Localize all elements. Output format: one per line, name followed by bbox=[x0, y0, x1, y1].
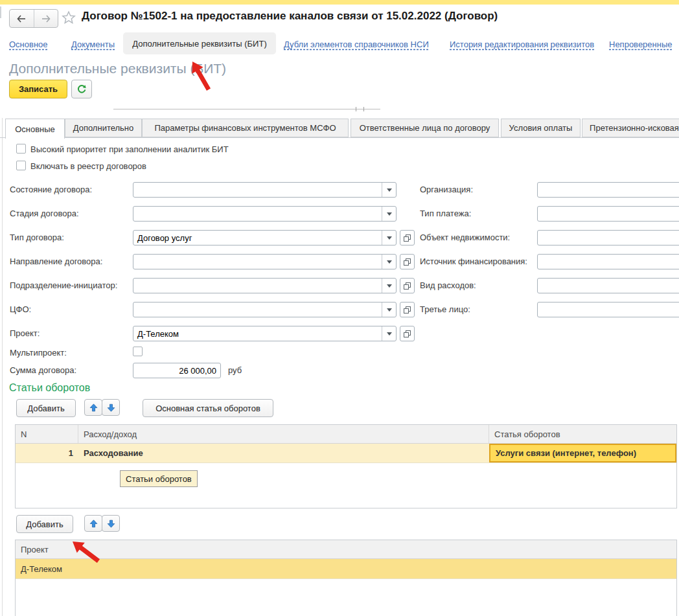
project-value: Д-Телеком bbox=[133, 326, 382, 341]
turnover-section-title: Статьи оборотов bbox=[9, 382, 90, 394]
separator-handle-tick bbox=[356, 107, 356, 111]
column-header-turnover-article[interactable]: Статья оборотов bbox=[489, 425, 676, 443]
refresh-button[interactable] bbox=[71, 80, 92, 98]
third-party-label: Третье лицо: bbox=[420, 304, 470, 314]
real-estate-field[interactable] bbox=[537, 230, 679, 245]
turnover-table-header: N Расход/доход Статья оборотов bbox=[16, 425, 676, 444]
main-turnover-article-button[interactable]: Основная статья оборотов bbox=[143, 399, 273, 417]
refresh-icon bbox=[76, 84, 87, 95]
expense-kind-field[interactable] bbox=[537, 278, 679, 293]
cell-turnover-article-selected[interactable]: Услуги связи (интернет, телефон) bbox=[489, 444, 676, 462]
contract-direction-label: Направление договора: bbox=[10, 257, 102, 266]
payment-type-label: Тип платежа: bbox=[420, 209, 471, 218]
multiproject-checkbox[interactable] bbox=[133, 347, 143, 356]
registry-include-checkbox[interactable] bbox=[16, 161, 26, 170]
back-button[interactable] bbox=[10, 10, 34, 27]
navlink-additional-attributes-active[interactable]: Дополнительные реквизиты (БИТ) bbox=[123, 32, 276, 54]
funding-source-field[interactable] bbox=[537, 254, 679, 269]
tab-additional[interactable]: Дополнительно bbox=[65, 119, 142, 137]
navlink-edit-history[interactable]: История редактирования реквизитов bbox=[450, 40, 594, 49]
turnover-add-button[interactable]: Добавить bbox=[16, 399, 76, 417]
contract-stage-field[interactable] bbox=[133, 206, 397, 222]
open-icon bbox=[404, 306, 411, 314]
save-button[interactable]: Записать bbox=[9, 80, 67, 98]
currency-label: руб bbox=[228, 365, 242, 375]
expense-kind-label: Вид расходов: bbox=[420, 280, 476, 290]
contract-stage-label: Стадия договора: bbox=[10, 209, 79, 218]
cell-row-number[interactable]: 1 bbox=[16, 444, 78, 462]
organization-value bbox=[538, 183, 679, 197]
favorite-star-icon[interactable] bbox=[61, 10, 76, 25]
contract-direction-open-button[interactable] bbox=[400, 254, 415, 269]
dropdown-arrow-icon[interactable] bbox=[382, 255, 396, 269]
multiproject-label: Мультипроект: bbox=[10, 348, 67, 358]
contract-amount-field[interactable]: 26 000,00 bbox=[133, 363, 221, 378]
navlink-nsi-duplicates[interactable]: Дубли элементов справочников НСИ bbox=[284, 40, 429, 49]
turnover-table: N Расход/доход Статья оборотов 1 Расходо… bbox=[15, 424, 677, 508]
open-icon bbox=[404, 258, 411, 266]
column-header-project[interactable]: Проект bbox=[16, 540, 676, 558]
contract-type-open-button[interactable] bbox=[400, 230, 415, 245]
contract-type-value: Договор услуг bbox=[133, 231, 382, 245]
initiator-division-field[interactable] bbox=[133, 278, 397, 293]
tabstrip-baseline bbox=[0, 137, 679, 138]
organization-field[interactable] bbox=[537, 182, 679, 198]
cfo-label: ЦФО: bbox=[10, 304, 31, 314]
dropdown-arrow-icon[interactable] bbox=[382, 183, 396, 197]
contract-amount-label: Сумма договора: bbox=[10, 365, 76, 375]
navlink-unverified[interactable]: Непроверенные bbox=[609, 40, 673, 49]
contract-state-field[interactable] bbox=[133, 182, 397, 198]
open-icon bbox=[404, 234, 411, 242]
projects-add-button[interactable]: Добавить bbox=[16, 515, 73, 533]
real-estate-value bbox=[538, 231, 679, 245]
cfo-open-button[interactable] bbox=[400, 302, 415, 317]
dropdown-arrow-icon[interactable] bbox=[382, 207, 396, 221]
cell-project[interactable]: Д-Телеком bbox=[16, 559, 676, 578]
tab-main[interactable]: Основные bbox=[5, 119, 65, 139]
payment-type-value bbox=[538, 207, 679, 221]
turnover-move-up-button[interactable] bbox=[84, 399, 102, 416]
project-field[interactable]: Д-Телеком bbox=[133, 326, 397, 341]
project-label: Проект: bbox=[10, 328, 40, 338]
projects-table: Проект Д-Телеком bbox=[15, 540, 677, 616]
column-header-n[interactable]: N bbox=[16, 425, 78, 443]
tab-msfo-instruments[interactable]: Параметры финансовых инструментов МСФО bbox=[142, 119, 349, 137]
separator-handle-tick bbox=[363, 107, 364, 111]
payment-type-field[interactable] bbox=[537, 206, 679, 222]
funding-source-label: Источник финансирования: bbox=[420, 257, 527, 266]
registry-include-label: Включать в реестр договоров bbox=[30, 161, 146, 171]
forward-button[interactable] bbox=[34, 10, 58, 27]
open-icon bbox=[404, 330, 411, 337]
projects-move-up-button[interactable] bbox=[84, 515, 102, 532]
dropdown-arrow-icon[interactable] bbox=[382, 279, 396, 293]
tab-responsible-persons[interactable]: Ответственные лица по договору bbox=[351, 119, 499, 137]
cell-expense-income[interactable]: Расходование bbox=[78, 444, 489, 462]
dropdown-arrow-icon[interactable] bbox=[382, 231, 396, 245]
tab-claims[interactable]: Претензионно-исковая bbox=[582, 119, 679, 137]
contract-type-field[interactable]: Договор услуг bbox=[133, 230, 397, 245]
move-down-icon bbox=[107, 519, 115, 528]
move-down-icon bbox=[107, 404, 115, 412]
initiator-division-open-button[interactable] bbox=[400, 278, 415, 293]
group-separator bbox=[113, 109, 380, 109]
column-header-expense-income[interactable]: Расход/доход bbox=[78, 425, 489, 443]
projects-table-row[interactable]: Д-Телеком bbox=[16, 559, 676, 579]
contract-direction-field[interactable] bbox=[133, 254, 397, 269]
cfo-field[interactable] bbox=[133, 302, 397, 317]
dropdown-arrow-icon[interactable] bbox=[382, 326, 396, 341]
turnover-move-down-button[interactable] bbox=[102, 399, 120, 416]
project-open-button[interactable] bbox=[400, 326, 415, 341]
navlink-main[interactable]: Основное bbox=[9, 40, 48, 49]
window-edge-tick bbox=[0, 6, 1, 18]
contract-state-value bbox=[133, 183, 382, 197]
projects-move-down-button[interactable] bbox=[102, 515, 120, 532]
tab-payment-terms[interactable]: Условия оплаты bbox=[501, 119, 581, 137]
third-party-field[interactable] bbox=[537, 302, 679, 317]
navlink-label: Дополнительные реквизиты (БИТ) bbox=[132, 39, 266, 49]
dropdown-arrow-icon[interactable] bbox=[382, 302, 396, 317]
move-up-icon bbox=[89, 519, 98, 528]
tooltip: Статьи оборотов bbox=[120, 470, 198, 487]
navlink-documents[interactable]: Документы bbox=[71, 40, 115, 49]
turnover-table-row[interactable]: 1 Расходование Услуги связи (интернет, т… bbox=[16, 444, 676, 463]
high-priority-checkbox[interactable] bbox=[16, 144, 26, 154]
